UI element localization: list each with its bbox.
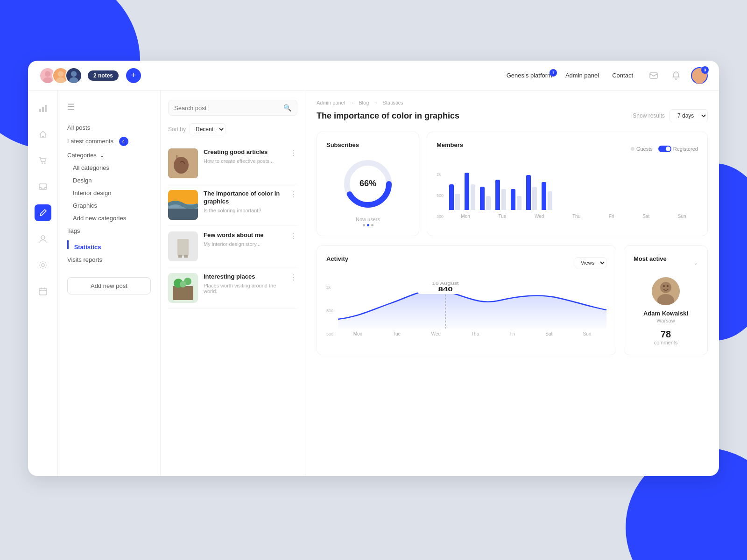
- add-button[interactable]: +: [126, 68, 141, 83]
- post-content-2: The importance of color in graphics Is t…: [204, 190, 284, 213]
- sidebar-categories[interactable]: Categories ⌄: [67, 149, 151, 161]
- legend-toggle[interactable]: [658, 146, 671, 152]
- svg-rect-27: [178, 255, 182, 258]
- post-menu-3[interactable]: ⋮: [290, 231, 297, 240]
- activity-x-label-sun: Sun: [583, 331, 592, 336]
- nav-icon-home[interactable]: [35, 126, 51, 143]
- post-excerpt-3: My interior design story...: [204, 241, 284, 247]
- sidebar-interior-design[interactable]: Interior design: [73, 187, 151, 199]
- nav-icon-calendar[interactable]: [35, 283, 51, 300]
- bar-gray-tue: [471, 184, 475, 210]
- bar-label-mon: Mon: [461, 214, 470, 219]
- avatar-3[interactable]: [65, 67, 82, 84]
- bar-blue-thu: [495, 180, 500, 210]
- top-bar-left: 2 notes +: [39, 67, 141, 84]
- bar-group-wed: [480, 187, 491, 210]
- nav-admin[interactable]: Admin panel: [565, 72, 599, 79]
- posts-panel: 🔍 Sort by Recent Creating good articles …: [161, 91, 305, 476]
- bar-gray-sun: [548, 191, 552, 210]
- bell-icon[interactable]: [669, 68, 684, 83]
- widgets-row-top: Subscribes 66% Now users: [317, 132, 708, 236]
- search-icon: 🔍: [283, 104, 291, 112]
- activity-header: Activity Views: [326, 255, 606, 270]
- sidebar-latest-comments[interactable]: Latest comments 4: [67, 134, 151, 149]
- post-excerpt-2: Is the coloring important?: [204, 208, 284, 213]
- activity-x-label-sat: Sat: [545, 331, 552, 336]
- sidebar-graphics[interactable]: Graphics: [73, 199, 151, 212]
- post-title-1: Creating good articles: [204, 148, 284, 156]
- stats-panel: Admin panel → Blog → Statistics The impo…: [305, 91, 719, 476]
- post-thumb-4[interactable]: [168, 273, 198, 303]
- svg-rect-10: [42, 107, 44, 112]
- user-avatar-top[interactable]: 3: [691, 67, 708, 84]
- bar-gray-thu: [501, 189, 506, 210]
- bar-pair-sun: [542, 182, 552, 210]
- bar-group-thu: [495, 180, 506, 210]
- sort-select[interactable]: Recent: [190, 123, 226, 135]
- svg-point-5: [69, 77, 78, 84]
- nav-genesis[interactable]: Genesis platform 1: [507, 72, 552, 79]
- sidebar-indent: All categories Design Interior design Gr…: [67, 161, 151, 224]
- post-thumb-3[interactable]: [168, 231, 198, 261]
- donut-dot-1: [363, 224, 365, 226]
- bar-gray-mon: [455, 194, 460, 210]
- widgets-row-bottom: Activity Views 2k 800 500: [317, 245, 708, 355]
- stats-title: The importance of color in graphics: [317, 111, 459, 121]
- svg-point-43: [660, 282, 671, 293]
- nav-icon-chart[interactable]: [35, 100, 51, 117]
- post-menu-2[interactable]: ⋮: [290, 190, 297, 199]
- avatar-stack: [39, 67, 82, 84]
- hamburger-icon[interactable]: ☰: [67, 102, 151, 112]
- nav-icon-edit[interactable]: [35, 204, 51, 221]
- svg-rect-15: [39, 184, 47, 189]
- main-card: 2 notes + Genesis platform 1 Admin panel…: [28, 61, 719, 476]
- legend-dot-guests: [631, 147, 634, 151]
- bar-pair-fri: [511, 189, 521, 210]
- nav-icon-user[interactable]: [35, 231, 51, 247]
- show-results-bar: Show results 7 days: [633, 109, 708, 122]
- widget-activity: Activity Views 2k 800 500: [317, 245, 616, 355]
- sidebar-add-new-categories[interactable]: Add new categories: [73, 212, 151, 224]
- top-bar-right: Genesis platform 1 Admin panel Contact 3: [507, 67, 708, 84]
- svg-point-16: [41, 236, 45, 239]
- sidebar-all-posts[interactable]: All posts: [67, 121, 151, 134]
- donut-container: 66% Now users: [326, 156, 409, 226]
- post-menu-1[interactable]: ⋮: [290, 148, 297, 157]
- post-card-1: Creating good articles How to create eff…: [168, 143, 297, 184]
- post-thumb-1[interactable]: [168, 148, 198, 178]
- activity-chart-area: 2k 800 500: [326, 277, 606, 336]
- add-new-post-button[interactable]: Add new post: [67, 277, 151, 294]
- email-icon[interactable]: [646, 68, 661, 83]
- sidebar-statistics[interactable]: Statistics: [67, 237, 151, 253]
- nav-icon-inbox[interactable]: [35, 178, 51, 195]
- search-bar: 🔍: [168, 100, 297, 116]
- sidebar-design[interactable]: Design: [73, 174, 151, 187]
- top-bar-icons: 3: [646, 67, 708, 84]
- bar-blue-mon: [449, 184, 454, 210]
- sidebar-visits-reports[interactable]: Visits reports: [67, 253, 151, 266]
- sort-bar: Sort by Recent: [168, 123, 297, 135]
- nav-contact[interactable]: Contact: [612, 72, 633, 79]
- post-thumb-2[interactable]: [168, 190, 198, 220]
- search-input[interactable]: [174, 105, 283, 112]
- activity-x-label-thu: Thu: [471, 331, 479, 336]
- bar-pair-tue: [465, 173, 475, 210]
- views-select[interactable]: Views: [575, 257, 606, 268]
- post-menu-4[interactable]: ⋮: [290, 273, 297, 282]
- post-excerpt-1: How to create effective posts...: [204, 158, 284, 164]
- bar-chart-area: 2k 500 300 MonTueWedThuFriSatSun: [437, 163, 698, 219]
- notes-badge: 2 notes: [88, 70, 119, 81]
- svg-rect-18: [39, 288, 47, 295]
- donut-dot-3: [371, 224, 374, 226]
- sidebar-all-categories[interactable]: All categories: [73, 161, 151, 174]
- bar-blue-fri: [511, 189, 515, 210]
- most-active-chevron[interactable]: ⌄: [693, 259, 698, 266]
- days-select[interactable]: 7 days: [669, 109, 708, 122]
- sidebar-tags[interactable]: Tags: [67, 224, 151, 237]
- nav-icon-cart[interactable]: [35, 152, 51, 169]
- post-content-3: Few words about me My interior design st…: [204, 231, 284, 247]
- bar-pair-sat: [526, 175, 537, 210]
- svg-point-20: [174, 157, 189, 174]
- nav-icon-gear[interactable]: [35, 257, 51, 273]
- svg-point-14: [44, 162, 45, 164]
